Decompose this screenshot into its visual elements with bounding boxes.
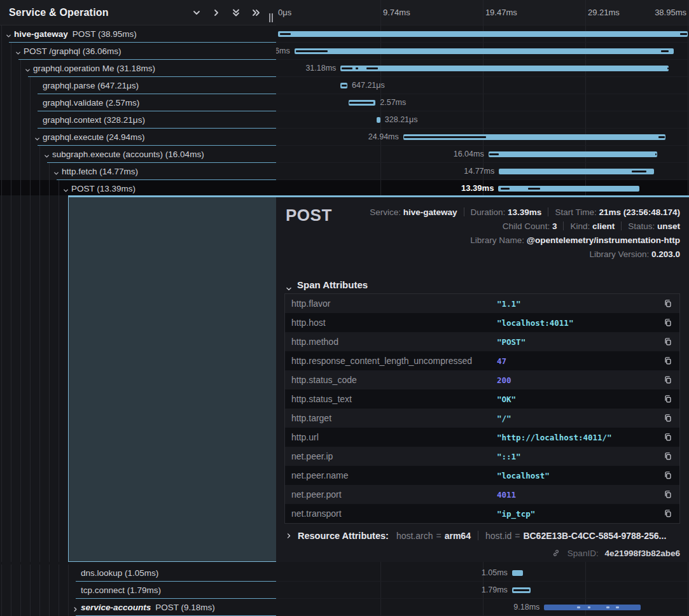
child-span-notch [280, 33, 291, 35]
chevron-right-icon[interactable] [72, 604, 79, 611]
chevron-down-icon[interactable] [24, 65, 31, 72]
span-duration-label: 1.79ms [482, 582, 508, 598]
indent-guide [11, 129, 11, 146]
child-span-notch [658, 136, 665, 138]
resource-attributes-toggle[interactable]: Resource Attributes:host.arch=arm64host.… [286, 528, 666, 543]
chevron-down-icon[interactable] [5, 31, 12, 38]
meta-duration: 13.39ms [508, 207, 541, 217]
span-bar-graphql-context[interactable] [377, 117, 380, 123]
tree-row-hive-gateway-post[interactable]: hive-gatewayPOST (38.95ms) [0, 25, 276, 43]
copy-icon[interactable] [664, 471, 672, 480]
tree-row-graphql-execute[interactable]: graphql.execute (24.94ms) [0, 129, 276, 146]
span-lane-post: 13.39ms [276, 180, 689, 197]
child-span-notch [577, 606, 581, 608]
indent-guide [20, 564, 21, 582]
meta-start-time: 21ms (23:56:48.174) [599, 207, 680, 217]
chevron-down-icon[interactable] [53, 168, 60, 175]
resource-value: BC62E13B-C4CC-5854-9788-256... [523, 531, 666, 541]
copy-icon[interactable] [664, 356, 672, 365]
resource-key: host.arch [396, 531, 433, 541]
span-bar-tcp-connect[interactable] [512, 587, 531, 593]
child-span-notch [489, 153, 499, 155]
chevron-down-icon[interactable] [15, 48, 22, 55]
span-bar-post[interactable] [544, 605, 641, 610]
tree-row-http-fetch[interactable]: http.fetch (14.77ms) [0, 163, 276, 180]
tree-row-subgraph-execute-accounts[interactable]: subgraph.execute (accounts) (16.04ms) [0, 146, 276, 163]
indent-guide [68, 599, 69, 616]
span-lane-graphql-validate: 2.57ms [276, 94, 689, 111]
span-bar-graphql-validate[interactable] [349, 100, 375, 106]
span-id-value: 4e21998f3b82abe6 [604, 549, 680, 558]
child-span-notch [296, 50, 328, 52]
copy-icon[interactable] [664, 509, 672, 518]
tree-row-graphql-parse[interactable]: graphql.parse (647.21μs) [0, 77, 276, 94]
tree-row-service-accounts-post[interactable]: service-accountsPOST (9.18ms) [0, 599, 276, 616]
indent-guide [1, 146, 2, 163]
span-bar-post[interactable] [278, 31, 688, 37]
indent-guide [20, 582, 21, 599]
attr-key: http.response_content_length_uncompresse… [291, 356, 472, 366]
span-attributes-toggle[interactable]: Span Attributes [286, 278, 368, 292]
attr-row-http-url: http.url"http://localhost:4011/" [285, 428, 679, 447]
tree-row-graphql-context[interactable]: graphql.context (328.21μs) [0, 111, 276, 129]
span-duration-label: 1.05ms [482, 564, 508, 581]
chevron-down-icon[interactable] [191, 8, 202, 18]
attr-row-http-response-content-length-uncompressed: http.response_content_length_uncompresse… [285, 351, 679, 370]
tree-row-post-graphql[interactable]: POST /graphql (36.06ms) [0, 43, 276, 60]
chevron-down-icon[interactable] [34, 134, 41, 141]
tree-row-tcp-connect[interactable]: tcp.connect (1.79ms) [0, 582, 276, 599]
span-name-label: subgraph.execute (accounts) (16.04ms) [52, 146, 204, 163]
span-bar-graphql-parse[interactable] [340, 83, 347, 88]
indent-guide [11, 60, 11, 77]
span-bar-post-graphql[interactable] [295, 48, 674, 54]
link-icon[interactable] [552, 548, 560, 557]
chevron-right-icon[interactable] [211, 8, 221, 18]
span-bar-graphql-execute[interactable] [403, 134, 665, 140]
span-bar-http-fetch[interactable] [499, 169, 654, 174]
copy-icon[interactable] [664, 490, 672, 499]
indent-guide [30, 146, 31, 163]
copy-icon[interactable] [664, 375, 672, 384]
meta-label: Child Count: [503, 221, 552, 231]
selected-span-expander[interactable] [68, 197, 276, 562]
meta-library-version: 0.203.0 [651, 249, 680, 259]
copy-icon[interactable] [664, 414, 672, 423]
child-span-notch [349, 102, 373, 104]
span-name-label: service-accountsPOST (9.18ms) [81, 599, 215, 616]
span-name-label: graphql.context (328.21μs) [43, 111, 145, 129]
chevron-down-icon[interactable] [62, 185, 69, 192]
indent-guide [1, 43, 2, 60]
copy-icon[interactable] [664, 433, 672, 442]
panel-resize-grip[interactable] [269, 13, 274, 22]
span-bar-dns-lookup[interactable] [512, 570, 523, 576]
meta-library-name: @opentelemetry/instrumentation-http [527, 235, 680, 245]
chevron-down-icon[interactable] [43, 151, 50, 158]
resource-value: arm64 [445, 531, 471, 541]
tree-row-graphql-operation-me[interactable]: graphql.operation Me (31.18ms) [0, 60, 276, 77]
copy-icon[interactable] [664, 318, 672, 327]
tree-row-dns-lookup[interactable]: dns.lookup (1.05ms) [0, 564, 276, 582]
span-lane-graphql-operation-me: 31.18ms [276, 60, 689, 77]
tree-row-post[interactable]: POST (13.39ms) [0, 180, 276, 197]
indent-guide [1, 77, 2, 94]
double-chevron-down-icon[interactable] [231, 8, 241, 18]
copy-icon[interactable] [664, 395, 672, 403]
double-chevron-right-icon[interactable] [251, 8, 261, 18]
meta-child-count: 3 [552, 221, 557, 231]
copy-icon[interactable] [664, 337, 672, 346]
meta-separator [563, 221, 564, 230]
indent-guide [68, 582, 69, 599]
span-bar-subgraph-execute-accounts[interactable] [489, 151, 657, 157]
copy-icon[interactable] [664, 452, 672, 461]
child-span-notch [366, 67, 378, 69]
span-lane-graphql-parse: 647.21μs [276, 77, 689, 94]
span-bar-post[interactable] [498, 186, 639, 192]
tree-row-graphql-validate[interactable]: graphql.validate (2.57ms) [0, 94, 276, 111]
attr-value: "localhost" [497, 471, 550, 480]
indent-guide [11, 77, 11, 94]
copy-icon[interactable] [664, 299, 672, 308]
span-bar-graphql-operation-me[interactable] [340, 66, 668, 71]
attr-value: "localhost:4011" [497, 318, 573, 328]
span-lane-post-graphql: 36.06ms [276, 43, 689, 60]
child-span-notch [528, 188, 539, 190]
